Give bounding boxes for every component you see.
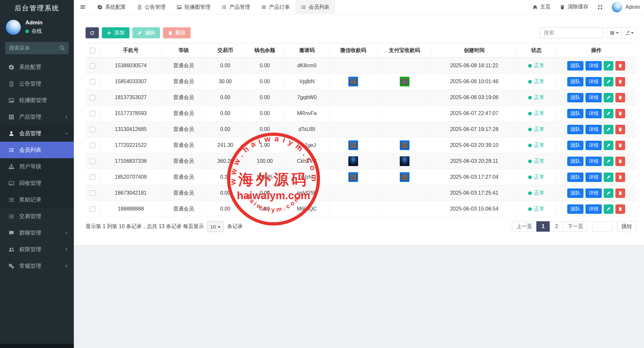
edit-row-button[interactable] xyxy=(604,109,613,118)
columns-dropdown-button[interactable] xyxy=(607,27,622,38)
row-checkbox[interactable] xyxy=(90,159,95,164)
tab-banner[interactable]: 轮播图管理 xyxy=(171,0,216,14)
row-checkbox[interactable] xyxy=(90,190,95,196)
detail-button[interactable]: 详情 xyxy=(585,109,602,118)
team-button[interactable]: 团队 xyxy=(567,61,584,71)
pagination-info-prefix: 显示第 1 到第 10 条记录，总共 13 条记录 每页显示 xyxy=(86,223,204,230)
edit-row-button[interactable] xyxy=(604,61,613,71)
sidebar-item-system-config[interactable]: 系统配置 xyxy=(0,59,74,75)
delete-row-button[interactable] xyxy=(615,188,625,198)
row-checkbox[interactable] xyxy=(90,174,95,180)
table-search-input[interactable] xyxy=(540,27,603,38)
wechat-qr-thumbnail[interactable] xyxy=(348,77,358,86)
detail-button[interactable]: 详情 xyxy=(585,188,602,198)
wechat-qr-thumbnail[interactable] xyxy=(348,172,358,182)
team-button[interactable]: 团队 xyxy=(567,188,584,198)
delete-row-button[interactable] xyxy=(615,109,625,118)
detail-button[interactable]: 详情 xyxy=(585,93,602,102)
sidebar-item-label: 交易管理 xyxy=(19,213,41,220)
sidebar-item-trade[interactable]: 交易管理 xyxy=(0,208,74,225)
tab-product-order[interactable]: 产品订单 xyxy=(256,0,295,14)
sidebar-item-banner[interactable]: 轮播图管理 xyxy=(0,92,74,109)
edit-row-button[interactable] xyxy=(604,93,613,102)
page-button-1[interactable]: 1 xyxy=(536,221,550,232)
clear-cache-link[interactable]: 清除缓存 xyxy=(560,4,588,10)
tab-product[interactable]: 产品管理 xyxy=(216,0,256,14)
team-button[interactable]: 团队 xyxy=(567,157,584,166)
delete-row-button[interactable] xyxy=(615,204,625,214)
sidebar-item-announcement[interactable]: 公告管理 xyxy=(0,75,74,92)
row-checkbox[interactable] xyxy=(90,111,95,116)
add-button[interactable]: 添加 xyxy=(102,27,129,38)
sidebar-item-permission[interactable]: 权限管理 xyxy=(0,241,74,258)
home-link[interactable]: 主页 xyxy=(532,4,551,10)
page-size-dropdown[interactable]: 10 xyxy=(207,221,224,232)
cell-coin: 0.00 xyxy=(206,58,245,74)
team-button[interactable]: 团队 xyxy=(567,141,584,150)
detail-button[interactable]: 详情 xyxy=(585,77,602,86)
wechat-qr-thumbnail[interactable] xyxy=(348,156,358,166)
alipay-qr-thumbnail[interactable] xyxy=(400,77,409,86)
page-button-2[interactable]: 2 xyxy=(550,221,563,232)
delete-row-button[interactable] xyxy=(615,173,625,182)
edit-row-button[interactable] xyxy=(604,204,613,214)
edit-row-button[interactable] xyxy=(604,157,613,166)
row-checkbox[interactable] xyxy=(90,95,95,100)
delete-row-button[interactable] xyxy=(615,61,625,71)
delete-row-button[interactable] xyxy=(615,77,625,86)
sidebar-item-user-level[interactable]: 用户等级 xyxy=(0,158,74,175)
alipay-qr-thumbnail[interactable] xyxy=(400,140,409,150)
next-page-button[interactable]: 下一页 xyxy=(563,221,588,232)
topbar-user[interactable]: Admin xyxy=(612,2,640,12)
delete-button[interactable]: 删除 xyxy=(163,27,191,38)
alipay-qr-thumbnail[interactable] xyxy=(400,156,409,166)
delete-row-button[interactable] xyxy=(615,141,625,150)
row-checkbox[interactable] xyxy=(90,143,95,148)
wechat-qr-thumbnail[interactable] xyxy=(348,140,358,150)
delete-row-button[interactable] xyxy=(615,93,625,102)
row-checkbox[interactable] xyxy=(90,79,95,84)
detail-button[interactable]: 详情 xyxy=(585,204,602,214)
detail-button[interactable]: 详情 xyxy=(585,173,602,182)
sidebar-item-member[interactable]: 会员管理 xyxy=(0,125,74,142)
team-button[interactable]: 团队 xyxy=(567,125,584,134)
tab-member-list[interactable]: 会员列表 xyxy=(295,0,335,14)
team-button[interactable]: 团队 xyxy=(567,93,584,102)
alipay-qr-thumbnail[interactable] xyxy=(400,172,409,182)
edit-row-button[interactable] xyxy=(604,188,613,198)
fullscreen-button[interactable] xyxy=(597,5,603,10)
sidebar-item-member-list[interactable]: 会员列表 xyxy=(0,142,74,158)
delete-row-button[interactable] xyxy=(615,157,625,166)
team-button[interactable]: 团队 xyxy=(567,109,584,118)
row-checkbox[interactable] xyxy=(90,206,95,212)
sidebar-item-general[interactable]: 常规管理 xyxy=(0,258,74,274)
team-button[interactable]: 团队 xyxy=(567,173,584,182)
edit-row-button[interactable] xyxy=(604,173,613,182)
sidebar-item-group-chat[interactable]: 群聊管理 xyxy=(0,225,74,241)
sidebar-item-product[interactable]: 产品管理 xyxy=(0,109,74,125)
tab-announcement[interactable]: 公告管理 xyxy=(131,0,171,14)
team-button[interactable]: 团队 xyxy=(567,77,584,86)
page-jump-button[interactable]: 跳转 xyxy=(617,221,637,232)
prev-page-button[interactable]: 上一页 xyxy=(512,221,537,232)
refresh-button[interactable] xyxy=(86,27,99,38)
detail-button[interactable]: 详情 xyxy=(585,61,602,71)
edit-row-button[interactable] xyxy=(604,141,613,150)
sidebar-item-recycle[interactable]: 回收管理 xyxy=(0,175,74,191)
hamburger-icon[interactable] xyxy=(74,0,92,14)
page-jump-input[interactable] xyxy=(592,221,612,232)
sidebar-item-reward-log[interactable]: 奖励记录 xyxy=(0,191,74,208)
edit-row-button[interactable] xyxy=(604,77,613,86)
team-button[interactable]: 团队 xyxy=(567,204,584,214)
tab-system-config[interactable]: 系统配置 xyxy=(92,0,131,14)
edit-row-button[interactable] xyxy=(604,125,613,134)
export-dropdown-button[interactable] xyxy=(622,27,637,38)
detail-button[interactable]: 详情 xyxy=(585,157,602,166)
detail-button[interactable]: 详情 xyxy=(585,141,602,150)
delete-row-button[interactable] xyxy=(615,125,625,134)
edit-button[interactable]: 编辑 xyxy=(132,27,160,38)
row-checkbox[interactable] xyxy=(90,63,95,69)
detail-button[interactable]: 详情 xyxy=(585,125,602,134)
row-checkbox[interactable] xyxy=(90,127,95,132)
select-all-checkbox[interactable] xyxy=(90,48,95,53)
